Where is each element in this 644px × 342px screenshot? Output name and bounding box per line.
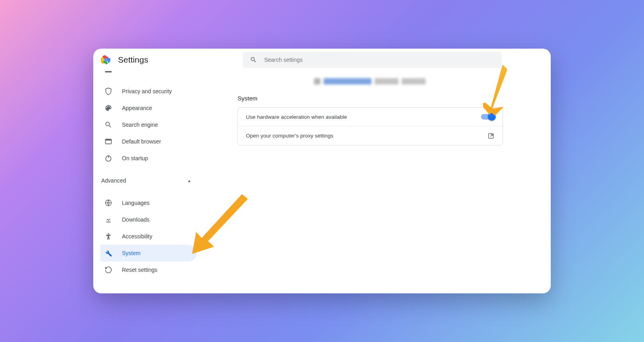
sidebar-item-label: Appearance: [122, 105, 152, 111]
body: Privacy and security Appearance Search e…: [93, 71, 551, 293]
section-title: System: [238, 95, 535, 102]
sidebar-item-downloads[interactable]: Downloads: [100, 211, 197, 228]
chevron-up-icon: ▲: [187, 179, 191, 183]
sidebar-item-label: System: [122, 250, 141, 256]
sidebar-item-label: Accessibility: [122, 233, 152, 240]
wrench-icon: [104, 249, 112, 257]
svg-rect-6: [106, 139, 112, 140]
sidebar-item-label: Languages: [122, 200, 149, 206]
row-label: Use hardware acceleration when available: [246, 114, 347, 120]
sidebar-item-privacy-and-security[interactable]: Privacy and security: [100, 83, 197, 100]
redacted-content: [314, 78, 535, 85]
power-icon: [104, 154, 112, 162]
search-wrap: [243, 52, 502, 68]
svg-rect-4: [105, 71, 112, 72]
restore-icon: [104, 266, 112, 274]
search-input[interactable]: [264, 57, 495, 63]
search-icon: [250, 56, 257, 63]
palette-icon: [104, 104, 112, 112]
proxy-settings-row[interactable]: Open your computer's proxy settings: [238, 126, 503, 145]
sidebar-item-languages[interactable]: Languages: [100, 195, 197, 211]
sidebar-item-appearance[interactable]: Appearance: [100, 100, 197, 116]
autofill-icon: [104, 71, 112, 76]
browser-icon: [104, 138, 112, 145]
row-label: Open your computer's proxy settings: [246, 133, 333, 139]
accessibility-icon: [104, 232, 112, 240]
chrome-logo-icon: [100, 55, 111, 65]
header: Settings: [93, 49, 551, 71]
system-settings-card: Use hardware acceleration when available…: [238, 107, 503, 145]
sidebar-item-system[interactable]: System: [100, 245, 197, 261]
shield-icon: [104, 87, 112, 95]
hardware-acceleration-row[interactable]: Use hardware acceleration when available: [238, 108, 503, 126]
external-link-icon: [487, 132, 495, 140]
search-icon: [104, 121, 112, 129]
main-content: System Use hardware acceleration when av…: [213, 71, 551, 293]
globe-icon: [104, 199, 112, 207]
sidebar-item-label: Search engine: [122, 122, 158, 128]
sidebar-item-search-engine[interactable]: Search engine: [100, 116, 197, 133]
download-icon: [104, 216, 112, 224]
sidebar-section-label: Advanced: [101, 177, 126, 184]
svg-point-10: [108, 233, 109, 234]
search-box[interactable]: [243, 52, 502, 68]
sidebar-item-label: On startup: [122, 155, 148, 161]
sidebar: Privacy and security Appearance Search e…: [93, 71, 213, 293]
hardware-acceleration-toggle[interactable]: [481, 114, 495, 120]
sidebar-item-default-browser[interactable]: Default browser: [100, 133, 197, 150]
sidebar-item-on-startup[interactable]: On startup: [100, 150, 197, 167]
settings-window: Settings Privacy and security Appearance: [93, 49, 551, 293]
svg-point-3: [104, 59, 106, 61]
sidebar-item-accessibility[interactable]: Accessibility: [100, 228, 197, 245]
sidebar-item-label: Reset settings: [122, 267, 157, 273]
sidebar-item-label: Downloads: [122, 216, 149, 223]
sidebar-item-label: Default browser: [122, 138, 161, 145]
sidebar-item-autofill[interactable]: [100, 71, 197, 76]
sidebar-item-reset-settings[interactable]: Reset settings: [100, 261, 197, 278]
page-title: Settings: [118, 55, 148, 65]
sidebar-item-label: Privacy and security: [122, 88, 172, 94]
sidebar-section-advanced[interactable]: Advanced ▲: [100, 172, 213, 189]
